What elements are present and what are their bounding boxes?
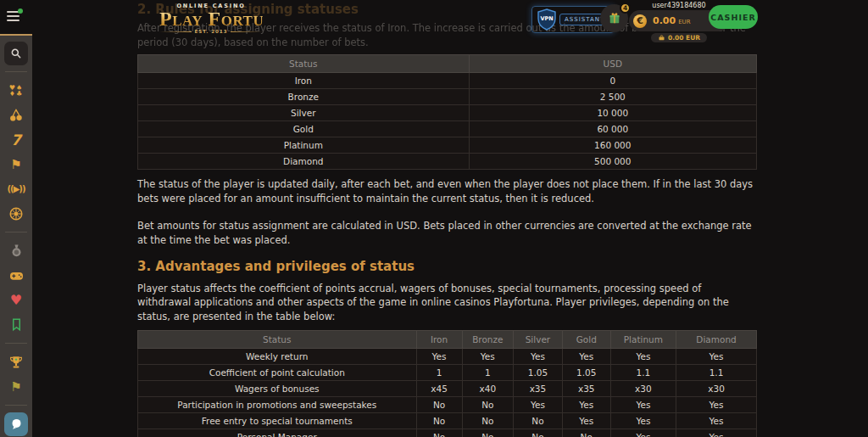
trophy-icon [8,355,24,370]
column-header: Status [138,55,470,73]
table-cell: Yes [610,396,676,412]
table-row: Free entry to special tournamentsNoNoNoY… [138,412,757,429]
table-cell: No [416,429,462,437]
column-header: Gold [562,330,610,348]
table-cell: No [462,412,514,429]
table-cell: 1.05 [514,364,563,380]
sidebar-item-jackpot[interactable]: 7 [0,127,32,152]
briefcase-icon [658,34,665,42]
table-cell: Bronze [138,89,470,105]
table-cell: Yes [610,412,676,429]
table-cell: 1.1 [610,364,676,380]
table-cell: No [416,412,462,429]
table-cell: No [514,412,563,429]
table-cell: x40 [462,380,514,396]
table-row: Bronze2 500 [138,89,757,105]
sidebar-item-roulette[interactable] [0,201,32,226]
sidebar-item-races[interactable]: ⚑ [0,374,32,399]
column-header: USD [469,55,756,73]
logo-established: EST. 2013 [195,29,228,34]
column-header: Bronze [462,330,514,348]
table-row: Wagers of bonusesx45x40x35x35x30x30 [138,380,757,396]
table-cell: Yes [610,348,676,364]
sidebar-nav: ♥♠ ♦♣ 7 ⚑ ((▶)) [0,34,32,437]
column-header: Iron [416,330,462,348]
sidebar-item-card-games[interactable]: ♥♠ ♦♣ [0,78,32,103]
gift-icon [607,11,622,26]
table-cell: 10 000 [469,105,756,121]
support-chat-button[interactable] [4,412,28,436]
section-heading-advantages: 3. Advantages and privileges of status [137,259,757,274]
table-cell: 500 000 [469,154,756,170]
main-content: StatusUSD Iron0Bronze2 500Silver10 000Go… [137,0,757,437]
menu-hamburger-button[interactable] [7,11,19,22]
play-fortuna-logo[interactable]: ONLINE CASINO Play Fortuna EST. 2013 [159,3,263,34]
table-cell: 1 [462,364,514,380]
sidebar-divider [5,405,27,406]
table-cell: No [416,396,462,412]
table-row: Platinum160 000 [138,137,757,154]
table-cell: Wagers of bonuses [138,380,417,396]
sidebar-item-my-games[interactable] [0,263,32,288]
table-cell: Diamond [138,154,470,170]
table-cell: Yes [462,348,514,364]
table-row: Iron0 [138,73,757,89]
table-cell: Yes [562,348,610,364]
table-cell: 60 000 [469,121,756,137]
table-cell: 1.1 [676,364,757,380]
balance-currency: EUR [678,19,690,25]
table-cell: x35 [562,380,610,396]
table-cell: Yes [676,412,757,429]
checkered-flag-icon: ⚑ [10,157,21,172]
sidebar-item-saved[interactable] [0,312,32,337]
sidebar-item-support[interactable] [0,412,32,436]
search-icon [10,48,22,59]
table-cell: 1 [416,364,462,380]
bonus-balance-amount: 0.00 EUR [668,34,700,42]
table-cell: 2 500 [469,89,756,105]
table-cell: Coefficient of point calculation [138,364,417,380]
sidebar-item-live-games[interactable]: ((▶)) [0,176,32,201]
table-cell: Free entry to special tournaments [138,412,417,429]
heart-icon: ♥ [10,292,22,308]
table-cell: Yes [562,396,610,412]
bonuses-gift-button[interactable]: 4 [600,4,628,32]
table-cell: Yes [676,348,757,364]
table-cell: x30 [610,380,676,396]
search-button[interactable] [4,42,28,65]
sidebar-item-leaderboard[interactable] [0,350,32,374]
table-cell: Yes [676,429,757,437]
table-cell: No [462,429,514,437]
table-cell: 160 000 [469,137,756,154]
cashier-button[interactable]: CASHIER [709,5,758,29]
sidebar-item-bonuses[interactable] [0,238,32,263]
column-header: Silver [514,330,563,348]
table-cell: 0 [469,73,756,89]
table-cell: Yes [514,348,563,364]
roulette-wheel-icon [8,206,24,221]
lucky-seven-icon: 7 [11,132,21,148]
table-cell: Yes [676,396,757,412]
table-cell: No [562,429,610,437]
table-cell: x35 [514,380,563,396]
play-fortuna-app: 2. Rules for assigning statuses After re… [0,0,868,437]
table-cell: 1.05 [562,364,610,380]
table-cell: Yes [514,396,563,412]
vpn-shield-icon: VPN [537,8,557,31]
table-cell: Yes [416,348,462,364]
table-row: Coefficient of point calculation111.051.… [138,364,757,380]
sidebar-item-slots[interactable] [0,103,32,127]
sidebar-item-tournaments[interactable]: ⚑ [0,152,32,176]
table-cell: Participation in promotions and sweepsta… [138,396,417,412]
privileges-table: StatusIronBronzeSilverGoldPlatinumDiamon… [137,330,757,437]
column-header: Diamond [676,330,757,348]
paragraph-privileges-intro: Player status affects the coefficient of… [137,282,757,324]
table-cell: Yes [562,412,610,429]
bonus-balance-pill[interactable]: 0.00 EUR [651,33,707,42]
table-row: Personal ManagerNoNoNoNoYesYes [138,429,757,437]
card-suits-icon: ♥♠ ♦♣ [9,85,23,97]
sidebar-divider [5,232,27,233]
table-cell: No [514,429,563,437]
table-row: Weekly returnYesYesYesYesYesYes [138,348,757,364]
sidebar-item-favorites[interactable]: ♥ [0,288,32,312]
